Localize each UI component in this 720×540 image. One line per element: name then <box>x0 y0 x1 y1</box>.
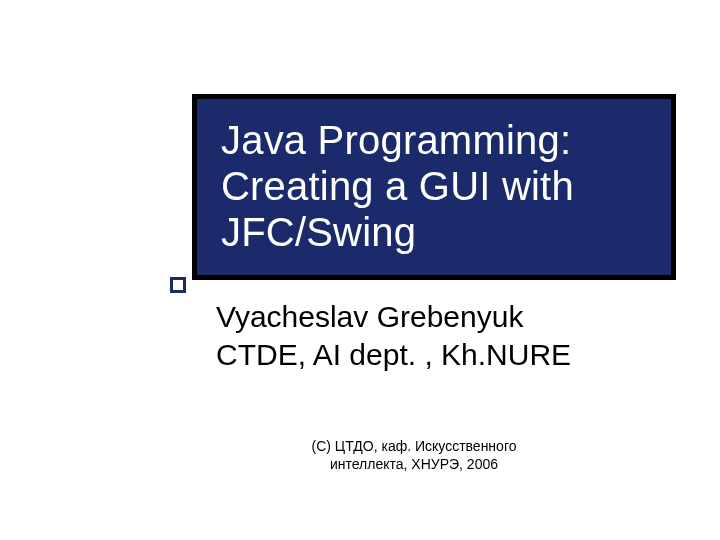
title-line-2: Creating a GUI with JFC/Swing <box>221 163 647 255</box>
author-block: Vyacheslav Grebenyuk CTDE, AI dept. , Kh… <box>216 298 676 373</box>
footer-line-1: (С) ЦТДО, каф. Искусственного <box>264 438 564 456</box>
accent-square-icon <box>170 277 186 293</box>
footer: (С) ЦТДО, каф. Искусственного интеллекта… <box>264 438 564 473</box>
author-affiliation: CTDE, AI dept. , Kh.NURE <box>216 336 676 374</box>
slide: Java Programming: Creating a GUI with JF… <box>0 0 720 540</box>
title-line-1: Java Programming: <box>221 117 647 163</box>
author-name: Vyacheslav Grebenyuk <box>216 298 676 336</box>
title-box: Java Programming: Creating a GUI with JF… <box>192 94 676 280</box>
footer-line-2: интеллекта, ХНУРЭ, 2006 <box>264 456 564 474</box>
